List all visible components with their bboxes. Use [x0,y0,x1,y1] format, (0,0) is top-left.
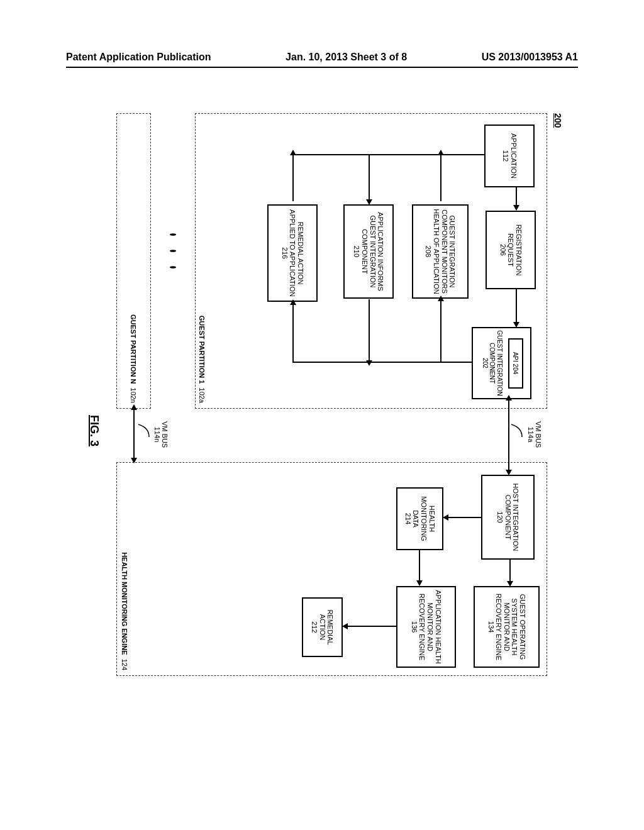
arrow [292,154,294,201]
registration-request-box: REGISTRATION REQUEST 206 [486,211,536,289]
header-left: Patent Application Publication [66,52,211,63]
header-center: Jan. 10, 2013 Sheet 3 of 8 [286,52,407,63]
arrow [440,299,441,362]
health-data-label: HEALTH MONITORING DATA [412,490,436,548]
header-right: US 2013/0013953 A1 [482,52,578,63]
guest-integration-label: GUEST INTEGRATION COMPONENT 202 [481,329,503,397]
arrow [509,560,511,583]
guest-os-monitor-label: GUEST OPERATING SYSTEM HEALTH MONITOR AN… [495,589,527,665]
vmbus-n-curve [133,412,152,456]
arrowhead [513,322,519,328]
page-header: Patent Application Publication Jan. 10, … [66,52,578,67]
remedial-applied-label: REMEDIAL ACTION APPLIED TO APPLICATION [289,207,304,299]
guest-partition-1-label: GUEST PARTITION 1 102a [198,316,206,403]
guest-integration-component-box: API 204 GUEST INTEGRATION COMPONENT 202 [472,327,531,399]
arrowhead [506,395,512,401]
arrowhead [342,623,348,629]
remedial-action-id: 212 [311,621,319,633]
remedial-applied-id: 216 [280,247,289,258]
arrowhead [507,581,513,587]
health-data-box: HEALTH MONITORING DATA 214 [396,487,443,550]
app-informs-label: APPLICATION INFORMS GUEST INTEGRATION CO… [360,207,384,296]
arrowhead [416,580,423,586]
gic-monitors-label: GUEST INTEGRATION COMPONENT MONITORS HEA… [432,207,456,296]
application-label: APPLICATION [509,133,518,179]
arrowhead [513,205,519,211]
api-box: API 204 [508,338,523,389]
arrow [440,154,441,201]
figure-ref: 200 [553,113,563,128]
remedial-applied-box: REMEDIAL ACTION APPLIED TO APPLICATION 2… [267,204,318,302]
health-engine-label: HEALTH MONITORING ENGINE 124 [121,552,128,670]
remedial-action-box: REMEDIAL ACTION 212 [302,597,343,657]
arrow [292,362,441,363]
figure-caption: FIG. 3 [87,415,101,446]
arrowhead [131,458,137,463]
arrowhead [443,514,448,521]
arrowhead [506,470,512,475]
vmbus-a-label: VM BUS114a [527,421,542,448]
arrow [441,362,472,363]
application-id: 112 [501,150,509,162]
health-data-id: 214 [404,513,412,524]
arrowhead [290,299,296,305]
vmbus-n-label: VM BUS114n [153,421,169,448]
arrow [346,626,396,627]
arrow [292,303,294,363]
guest-partition-n-label: GUEST PARTITION N 102n [130,314,138,403]
gic-monitors-box: GUEST INTEGRATION COMPONENT MONITORS HEA… [412,204,469,299]
arrowhead [438,296,444,301]
arrowhead [290,150,296,155]
host-integration-id: 120 [496,511,504,523]
host-integration-box: HOST INTEGRATION COMPONENT 120 [481,475,535,560]
app-health-monitor-id: 136 [410,621,418,633]
guest-os-monitor-box: GUEST OPERATING SYSTEM HEALTH MONITOR AN… [474,586,540,668]
guest-os-monitor-id: 134 [487,621,495,633]
arrow [516,187,517,206]
arrowhead [366,199,372,205]
host-integration-label: HOST INTEGRATION COMPONENT [504,477,519,557]
remedial-action-label: REMEDIAL ACTION [318,600,334,655]
gic-monitors-id: 208 [425,246,433,257]
arrow [516,289,517,324]
app-health-monitor-box: APPLICATION HEALTH MONITOR AND RECOVERY … [396,586,456,668]
arrow [508,399,509,472]
header-rule [66,67,578,68]
arrow [419,550,420,582]
arrow [133,409,135,460]
app-informs-id: 210 [353,246,361,257]
registration-request-id: 206 [499,244,507,255]
arrow [447,517,481,518]
guest-partition-n: GUEST PARTITION N 102n [116,113,151,409]
arrowhead [131,404,137,410]
arrow [369,154,370,201]
arrow [369,299,370,362]
app-informs-box: APPLICATION INFORMS GUEST INTEGRATION CO… [343,204,394,299]
figure-3: 200 GUEST PARTITION 1 102a GUEST PARTITI… [82,113,553,679]
ellipsis-dots [167,226,179,275]
arrowhead [438,150,444,155]
arrow [292,154,484,155]
registration-request-label: REGISTRATION REQUEST [507,213,523,287]
application-box: APPLICATION 112 [484,124,535,187]
app-health-monitor-label: APPLICATION HEALTH MONITOR AND RECOVERY … [418,589,442,665]
